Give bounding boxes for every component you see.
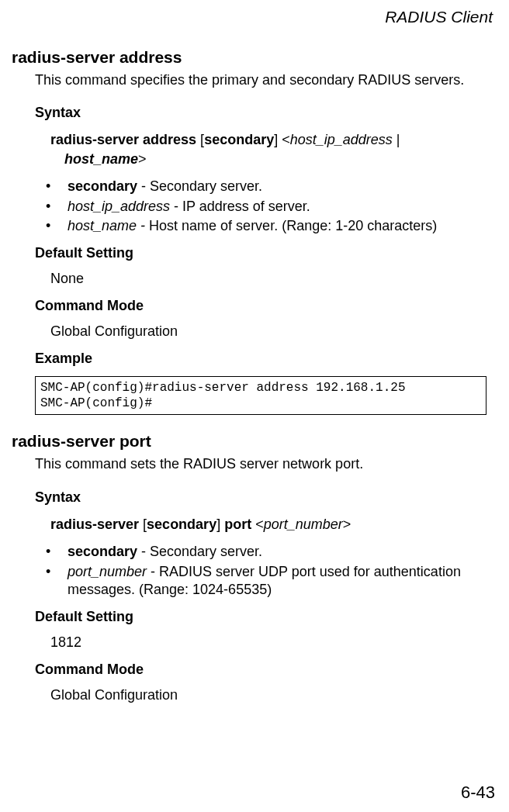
default-heading: Default Setting (35, 245, 497, 261)
bullet-term: secondary (68, 178, 137, 194)
bullet-list: secondary - Secondary server. port_numbe… (57, 543, 497, 599)
syntax-keyword: secondary (204, 132, 274, 147)
syntax-bracket: < (251, 517, 264, 532)
command-description: This command sets the RADIUS server netw… (35, 455, 474, 473)
syntax-keyword: radius-server (50, 517, 139, 532)
bullet-dash: - (137, 218, 149, 233)
bullet-term: secondary (68, 544, 137, 559)
syntax-bracket: ] < (274, 132, 290, 147)
bullet-text: - Secondary server. (137, 178, 262, 194)
mode-value: Global Configuration (50, 687, 497, 703)
list-item: host_name - Host name of server. (Range:… (57, 217, 497, 236)
list-item: secondary - Secondary server. (57, 543, 497, 561)
command-title: radius-server address (12, 48, 497, 67)
default-value: None (50, 271, 497, 287)
page: RADIUS Client radius-server address This… (0, 0, 509, 812)
syntax-keyword: radius-server address (50, 132, 196, 147)
bullet-text: - IP address of server. (170, 199, 310, 214)
bullet-term: host_name (68, 218, 137, 233)
example-heading: Example (35, 351, 497, 367)
list-item: port_number - RADIUS server UDP port use… (57, 563, 497, 600)
mode-heading: Command Mode (35, 298, 497, 314)
syntax-arg: host_ip_address (290, 132, 393, 147)
bullet-term: host_ip_address (68, 199, 170, 214)
command-title: radius-server port (12, 432, 497, 451)
syntax-bracket: [ (139, 517, 147, 532)
example-code: SMC-AP(config)#radius-server address 192… (35, 376, 486, 415)
mode-value: Global Configuration (50, 323, 497, 340)
syntax-bracket: > (343, 517, 351, 532)
syntax-arg: port_number (264, 517, 343, 532)
default-heading: Default Setting (35, 609, 497, 625)
syntax-bracket: [ (196, 132, 204, 147)
syntax-sep: | (393, 132, 400, 147)
syntax-heading: Syntax (35, 489, 497, 506)
default-value: 1812 (50, 634, 497, 651)
syntax-keyword: secondary (147, 517, 216, 532)
syntax-line: radius-server address [secondary] <host_… (50, 130, 497, 168)
section-header: RADIUS Client (12, 8, 497, 26)
list-item: secondary - Secondary server. (57, 178, 497, 196)
syntax-bracket: ] (216, 517, 224, 532)
syntax-heading: Syntax (35, 105, 497, 121)
bullet-text: - Secondary server. (137, 544, 262, 559)
command-description: This command specifies the primary and s… (35, 71, 474, 89)
syntax-bracket: > (138, 151, 147, 167)
page-number: 6-43 (461, 783, 495, 803)
syntax-keyword: port (224, 517, 251, 532)
syntax-line: radius-server [secondary] port <port_num… (50, 515, 497, 534)
syntax-arg: host_name (64, 151, 138, 167)
bullet-term: port_number (68, 564, 147, 579)
bullet-text: Host name of server. (Range: 1-20 charac… (149, 218, 437, 233)
mode-heading: Command Mode (35, 662, 497, 678)
list-item: host_ip_address - IP address of server. (57, 198, 497, 216)
bullet-list: secondary - Secondary server. host_ip_ad… (57, 178, 497, 236)
